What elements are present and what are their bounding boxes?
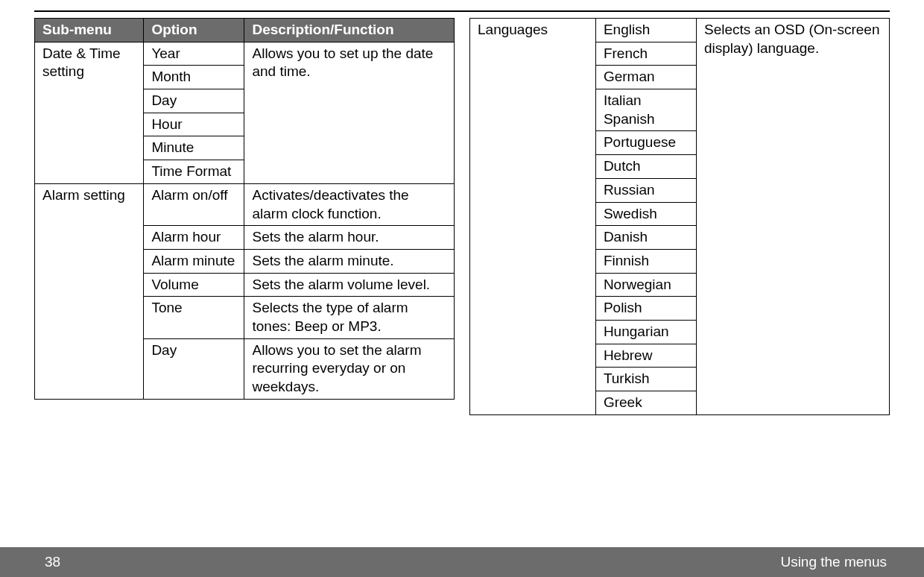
- header-description: Description/Function: [244, 19, 455, 42]
- option-cell: Day: [144, 89, 244, 113]
- option-cell: Italian Spanish: [595, 89, 696, 131]
- right-column: Languages English Selects an OSD (On-scr…: [469, 18, 890, 415]
- option-cell: Hour: [144, 113, 244, 136]
- footer-title: Using the menus: [780, 554, 887, 570]
- option-cell: Dutch: [595, 155, 696, 179]
- option-cell: Minute: [144, 136, 244, 160]
- left-column: Sub-menu Option Description/Function Dat…: [34, 18, 455, 415]
- page-footer: 38 Using the menus: [0, 547, 924, 577]
- option-cell: English: [595, 19, 696, 42]
- option-cell: Alarm hour: [144, 226, 244, 250]
- top-rule: [34, 10, 890, 12]
- header-option: Option: [144, 19, 244, 42]
- content-area: Sub-menu Option Description/Function Dat…: [34, 18, 890, 415]
- table-header-row: Sub-menu Option Description/Function: [35, 19, 455, 42]
- option-cell: French: [595, 42, 696, 66]
- option-cell: Alarm minute: [144, 249, 244, 273]
- option-cell: Day: [144, 338, 244, 399]
- option-cell: Turkish: [595, 368, 696, 391]
- option-cell: Norwegian: [595, 273, 696, 297]
- option-cell: Hebrew: [595, 344, 696, 368]
- option-cell: Hungarian: [595, 320, 696, 344]
- settings-table: Sub-menu Option Description/Function Dat…: [34, 18, 455, 400]
- option-cell: Year: [144, 42, 244, 66]
- description-cell: Sets the alarm hour.: [244, 226, 455, 250]
- header-submenu: Sub-menu: [35, 19, 144, 42]
- option-cell: Swedish: [595, 202, 696, 226]
- description-cell: Sets the alarm minute.: [244, 249, 455, 273]
- description-cell: Allows you to set the alarm recurring ev…: [244, 338, 455, 399]
- option-cell: Finnish: [595, 249, 696, 273]
- description-cell: Selects an OSD (On-screen display) langu…: [697, 19, 890, 415]
- option-cell: Tone: [144, 297, 244, 338]
- table-row: Alarm setting Alarm on/off Activates/dea…: [35, 183, 455, 225]
- option-cell: Danish: [595, 226, 696, 250]
- option-cell: Polish: [595, 297, 696, 321]
- option-cell: Time Format: [144, 160, 244, 184]
- page-number: 38: [37, 554, 68, 570]
- description-cell: Activates/deactivates the alarm clock fu…: [244, 183, 455, 225]
- option-cell: Volume: [144, 273, 244, 297]
- languages-table: Languages English Selects an OSD (On-scr…: [469, 18, 890, 415]
- description-cell: Sets the alarm volume level.: [244, 273, 455, 297]
- description-cell: Selects the type of alarm tones: Beep or…: [244, 297, 455, 338]
- option-cell: German: [595, 66, 696, 89]
- submenu-cell: Alarm setting: [35, 183, 144, 399]
- description-cell: Allows you to set up the date and time.: [244, 42, 455, 183]
- submenu-cell: Languages: [470, 19, 596, 415]
- table-row: Languages English Selects an OSD (On-scr…: [470, 19, 890, 42]
- submenu-cell: Date & Time setting: [35, 42, 144, 183]
- option-cell: Russian: [595, 178, 696, 202]
- option-cell: Portuguese: [595, 131, 696, 155]
- option-cell: Alarm on/off: [144, 183, 244, 225]
- option-cell: Month: [144, 66, 244, 89]
- option-cell: Greek: [595, 391, 696, 415]
- table-row: Date & Time setting Year Allows you to s…: [35, 42, 455, 66]
